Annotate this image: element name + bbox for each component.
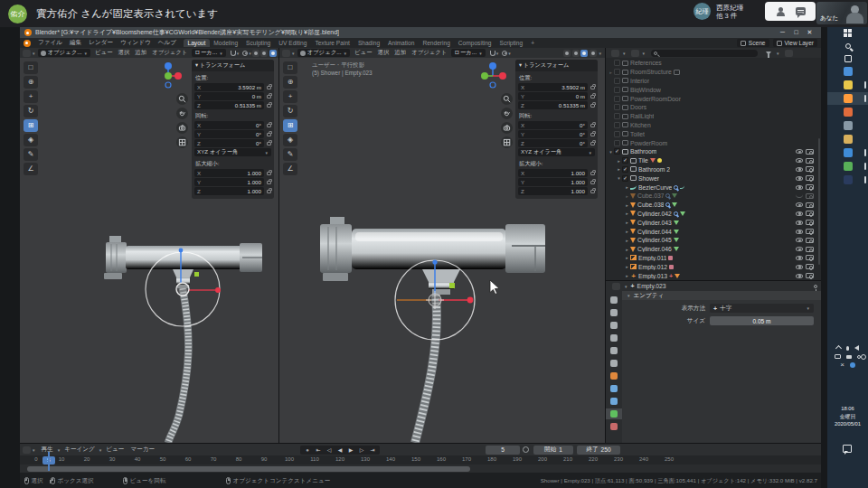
record-button[interactable]: ● (302, 447, 313, 453)
outliner-row-bathroom-2[interactable]: ▸✓Bathroom 2 (606, 165, 816, 174)
viewport-menu-追加[interactable]: 追加 (132, 49, 149, 57)
hide-in-viewport-icon[interactable] (796, 202, 803, 207)
viewport-menu-オブジェクト[interactable]: オブジェクト (409, 49, 449, 57)
view-layer-selector[interactable]: View Layer (773, 39, 818, 47)
collection-checkbox[interactable] (614, 87, 620, 93)
disable-in-renders-icon[interactable] (806, 273, 814, 278)
filter-icon[interactable] (766, 52, 771, 55)
annotate-tool[interactable]: ✎ (283, 148, 297, 161)
workspace-tab-animation[interactable]: Animation (384, 39, 419, 47)
taskbar-clock[interactable]: 18:06 金曜日 2020/05/01 (827, 405, 868, 428)
viewport-menu-選択[interactable]: 選択 (375, 49, 392, 57)
outliner-row-empty-012[interactable]: ▸Empty.012 (606, 262, 816, 271)
outliner-row-roomstructure[interactable]: ▸RoomStructure (606, 68, 816, 77)
file-explorer-icon[interactable] (827, 133, 868, 145)
lock-icon[interactable] (267, 190, 271, 193)
minimize-button[interactable]: ─ (776, 29, 789, 36)
disable-in-renders-icon[interactable] (806, 193, 814, 199)
solid-shading-toggle[interactable] (269, 50, 277, 57)
render-tab[interactable] (606, 307, 622, 318)
proportional-editing-icon[interactable] (502, 51, 507, 56)
transform-x-field[interactable]: X3.5902 m (194, 83, 264, 91)
close-button[interactable]: ✕ (803, 29, 816, 36)
display-tray-icon[interactable] (835, 354, 841, 359)
collection-checkbox[interactable] (614, 104, 620, 110)
previous-frame-button[interactable]: ◀ (335, 446, 345, 453)
chat-icon[interactable] (796, 7, 806, 15)
workspace-tab-rendering[interactable]: Rendering (419, 39, 454, 47)
toggle-ortho-grid-icon[interactable] (501, 136, 513, 148)
tool-tab[interactable] (606, 295, 622, 305)
object-data-properties-tab[interactable] (606, 408, 622, 419)
lock-icon[interactable] (590, 181, 595, 184)
hide-in-viewport-icon[interactable] (796, 247, 803, 251)
link-tray-icon[interactable] (857, 355, 861, 359)
blender-app-icon[interactable] (827, 92, 868, 105)
collection-checkbox[interactable] (614, 78, 620, 84)
workspace-tab-compositing[interactable]: Compositing (454, 39, 495, 47)
rotate-tool[interactable]: ↻ (283, 105, 297, 117)
transform-x-field[interactable]: X1.000 (194, 169, 264, 177)
viewport-menu-ビュー[interactable]: ビュー (352, 49, 374, 57)
properties-editor-type-icon[interactable] (612, 283, 620, 290)
scale-tool[interactable]: ⊞ (283, 119, 297, 132)
transform-z-field[interactable]: Z1.000 (518, 187, 588, 195)
lock-icon[interactable] (267, 104, 271, 108)
viewport-middle-canvas[interactable]: □⊕+↻⊞◈✎∠ ユーザー・平行投影 (5) Shower | Empty.02… (279, 58, 605, 443)
hide-in-viewport-icon[interactable] (796, 238, 803, 242)
disclosure-open-icon[interactable]: ▾ (616, 175, 622, 181)
hidden-eye-icon[interactable] (796, 194, 803, 198)
outliner-editor-type-icon[interactable] (611, 50, 619, 57)
disclosure-closed-icon[interactable]: ▸ (624, 264, 630, 269)
measure-tool[interactable]: ∠ (283, 163, 297, 175)
select-box-tool[interactable]: □ (283, 61, 297, 74)
physics-properties-tab[interactable] (606, 396, 622, 407)
outliner-row-empty-013[interactable]: ▸+Empty.013+ (606, 271, 816, 280)
lock-icon[interactable] (590, 86, 595, 89)
disclosure-closed-icon[interactable]: ▸ (624, 238, 630, 243)
disclosure-open-icon[interactable]: ▾ (608, 149, 614, 155)
outliner-row-empty-011[interactable]: ▸Empty.011 (606, 254, 816, 263)
workspace-tab-scripting[interactable]: Scripting (495, 39, 527, 47)
disclosure-closed-icon[interactable]: ▸ (616, 158, 622, 164)
outliner-row-references[interactable]: References (606, 59, 816, 68)
size-field[interactable]: 0.05 m (710, 316, 814, 325)
outliner-row-cylinder-042[interactable]: ▸Cylinder.042 (606, 210, 816, 219)
play-button[interactable]: ▶ (345, 446, 356, 453)
transform-z-field[interactable]: Z0° (518, 139, 588, 147)
outliner-row-raillight[interactable]: RailLight (606, 112, 816, 121)
participants-icon[interactable] (775, 7, 787, 16)
blender-menu-icon[interactable] (24, 40, 31, 47)
transform-z-field[interactable]: Z0.51335 m (518, 101, 588, 109)
menu-編集[interactable]: 編集 (66, 39, 85, 47)
close-tray-icon[interactable]: × (840, 362, 844, 368)
move-tool[interactable]: + (24, 90, 38, 103)
collection-checkbox[interactable]: ✓ (622, 157, 628, 164)
workspace-tab-layout[interactable]: Layout (184, 39, 210, 47)
snap-magnet-icon[interactable] (490, 51, 495, 56)
outliner-row-cube-037[interactable]: ▸Cube.037 (606, 192, 816, 201)
outliner-search[interactable] (651, 50, 758, 57)
collection-checkbox[interactable] (614, 131, 620, 137)
transform-z-field[interactable]: Z1.000 (194, 187, 264, 195)
measure-tool[interactable]: ∠ (24, 163, 38, 175)
lock-icon[interactable] (267, 124, 271, 127)
pan-hand-icon[interactable] (176, 108, 188, 119)
x-axis-handle[interactable] (467, 297, 474, 304)
axis-navigation-gizmo[interactable] (477, 61, 508, 91)
frame-start-field[interactable]: 開始1 (533, 446, 573, 455)
disclosure-closed-icon[interactable]: ▸ (624, 211, 630, 216)
lock-icon[interactable] (267, 142, 271, 145)
hide-in-viewport-icon[interactable] (796, 167, 803, 172)
origin-square[interactable] (449, 283, 455, 288)
outliner-row-bathroom[interactable]: ▾✓Bathroom (606, 147, 816, 156)
timeline-scrollbar[interactable] (27, 466, 470, 472)
lock-icon[interactable] (590, 142, 595, 145)
transform-panel-header[interactable]: ▾ トランスフォーム (192, 60, 274, 71)
outliner-row-powderroom[interactable]: PowderRoom (606, 138, 816, 147)
xray-toggle[interactable] (260, 50, 268, 57)
disable-in-renders-icon[interactable] (806, 247, 814, 252)
workspace-tab-sculpting[interactable]: Sculpting (242, 39, 275, 47)
disclosure-closed-icon[interactable]: ▸ (624, 247, 630, 252)
x-axis-handle[interactable] (215, 287, 221, 293)
